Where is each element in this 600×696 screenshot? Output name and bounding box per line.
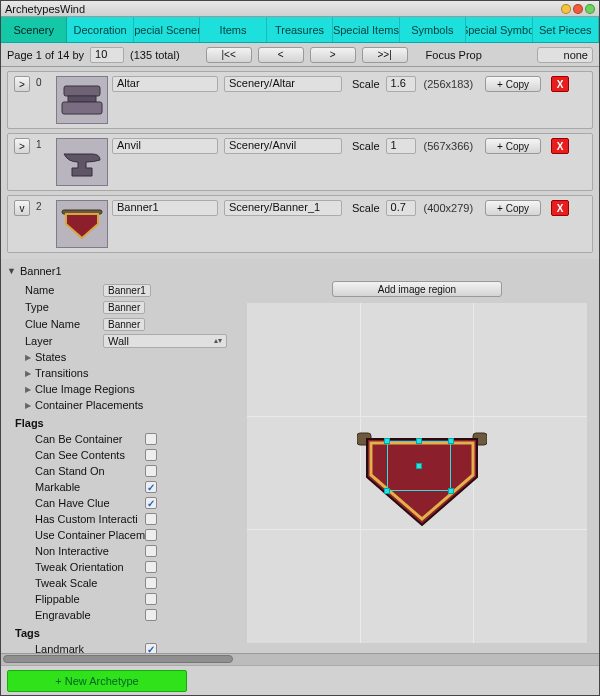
copy-button[interactable]: + Copy: [485, 76, 541, 92]
scrollbar-thumb[interactable]: [3, 655, 233, 663]
region-handle-tr[interactable]: [448, 438, 454, 444]
tabs: Scenery Decoration Special Scenery Items…: [1, 17, 599, 43]
flag-row: Can Be Container: [7, 431, 227, 447]
copy-button[interactable]: + Copy: [485, 138, 541, 154]
row-index: 0: [36, 76, 52, 88]
flag-checkbox[interactable]: [145, 433, 157, 445]
prev-page-button[interactable]: <: [258, 47, 304, 63]
delete-button[interactable]: X: [551, 200, 569, 216]
flag-row: Engravable: [7, 607, 227, 623]
layer-dropdown[interactable]: Wall▴▾: [103, 334, 227, 348]
cluename-field[interactable]: Banner: [103, 318, 145, 331]
tab-scenery[interactable]: Scenery: [1, 17, 67, 42]
tree-label: Container Placements: [35, 399, 143, 411]
type-field[interactable]: Banner: [103, 301, 145, 314]
tree-container-placements[interactable]: ▶Container Placements: [7, 397, 227, 413]
copy-button[interactable]: + Copy: [485, 200, 541, 216]
name-input[interactable]: Banner1: [112, 200, 218, 216]
archetypes-window: ArchetypesWind Scenery Decoration Specia…: [0, 0, 600, 696]
flag-checkbox[interactable]: [145, 545, 157, 557]
footer: + New Archetype: [1, 665, 599, 695]
list-item: v 2 Banner1 Scenery/Banner_1 Scale 0.7 (…: [7, 195, 593, 253]
tag-row: Landmark: [7, 641, 227, 653]
path-input[interactable]: Scenery/Altar: [224, 76, 342, 92]
flag-checkbox[interactable]: [145, 497, 157, 509]
first-page-button[interactable]: |<<: [206, 47, 252, 63]
flag-checkbox[interactable]: [145, 561, 157, 573]
expand-button[interactable]: >: [14, 138, 30, 154]
region-handle-tl[interactable]: [384, 438, 390, 444]
field-label-type: Type: [7, 301, 103, 313]
flag-checkbox[interactable]: [145, 449, 157, 461]
scale-input[interactable]: 1: [386, 138, 416, 154]
list-item: > 1 Anvil Scenery/Anvil Scale 1 (567x366…: [7, 133, 593, 191]
tab-special-symbol[interactable]: Special Symbol: [466, 17, 532, 42]
name-input[interactable]: Anvil: [112, 138, 218, 154]
tree-clue-image-regions[interactable]: ▶Clue Image Regions: [7, 381, 227, 397]
layer-value: Wall: [108, 335, 129, 347]
expand-button[interactable]: >: [14, 76, 30, 92]
flag-checkbox[interactable]: [145, 481, 157, 493]
region-handle-center[interactable]: [416, 463, 422, 469]
region-handle-bl[interactable]: [384, 488, 390, 494]
window-title: ArchetypesWind: [5, 3, 85, 15]
add-image-region-button[interactable]: Add image region: [332, 281, 502, 297]
image-canvas[interactable]: [247, 303, 587, 643]
scale-input[interactable]: 1.6: [386, 76, 416, 92]
path-input[interactable]: Scenery/Anvil: [224, 138, 342, 154]
delete-button[interactable]: X: [551, 138, 569, 154]
tab-decoration[interactable]: Decoration: [67, 17, 133, 42]
scale-input[interactable]: 0.7: [386, 200, 416, 216]
tab-symbols[interactable]: Symbols: [400, 17, 466, 42]
tree-states[interactable]: ▶States: [7, 349, 227, 365]
name-field[interactable]: Banner1: [103, 284, 151, 297]
svg-rect-2: [62, 102, 102, 114]
tab-special-scenery[interactable]: Special Scenery: [134, 17, 200, 42]
name-input[interactable]: Altar: [112, 76, 218, 92]
tree-label: Clue Image Regions: [35, 383, 135, 395]
svg-rect-0: [64, 86, 100, 96]
tab-treasures[interactable]: Treasures: [267, 17, 333, 42]
flag-checkbox[interactable]: [145, 513, 157, 525]
close-icon[interactable]: [573, 4, 583, 14]
scale-label: Scale: [352, 202, 380, 214]
focus-prop-value: none: [564, 49, 588, 61]
tab-set-pieces[interactable]: Set Pieces: [533, 17, 599, 42]
flag-checkbox[interactable]: [145, 577, 157, 589]
flag-label: Use Container Placem: [35, 529, 145, 541]
tree-transitions[interactable]: ▶Transitions: [7, 365, 227, 381]
row-index: 1: [36, 138, 52, 150]
foldout-icon[interactable]: ▼: [7, 266, 16, 276]
new-archetype-button[interactable]: + New Archetype: [7, 670, 187, 692]
region-handle-br[interactable]: [448, 488, 454, 494]
region-handle-tm[interactable]: [416, 438, 422, 444]
path-input[interactable]: Scenery/Banner_1: [224, 200, 342, 216]
image-area: Add image region: [241, 281, 593, 653]
next-page-button[interactable]: >: [310, 47, 356, 63]
focus-prop-label: Focus Prop: [426, 49, 482, 61]
flag-checkbox[interactable]: [145, 609, 157, 621]
flag-checkbox[interactable]: [145, 465, 157, 477]
tree-label: States: [35, 351, 66, 363]
minimize-icon[interactable]: [561, 4, 571, 14]
flag-label: Markable: [35, 481, 145, 493]
expand-button[interactable]: v: [14, 200, 30, 216]
tab-special-items[interactable]: Special Items: [333, 17, 399, 42]
flag-checkbox[interactable]: [145, 593, 157, 605]
tab-items[interactable]: Items: [200, 17, 266, 42]
flag-row: Non Interactive: [7, 543, 227, 559]
chevron-updown-icon: ▴▾: [214, 336, 222, 345]
last-page-button[interactable]: >>|: [362, 47, 408, 63]
zoom-icon[interactable]: [585, 4, 595, 14]
flag-row: Can Stand On: [7, 463, 227, 479]
detail-title: Banner1: [20, 265, 62, 277]
flag-checkbox[interactable]: [145, 529, 157, 541]
altar-icon: [58, 80, 106, 120]
archetype-list: > 0 Altar Scenery/Altar Scale 1.6 (256x1…: [1, 67, 599, 259]
tag-checkbox[interactable]: [145, 643, 157, 653]
list-item: > 0 Altar Scenery/Altar Scale 1.6 (256x1…: [7, 71, 593, 129]
focus-prop-dropdown[interactable]: none: [537, 47, 593, 63]
page-size-input[interactable]: 10: [90, 47, 124, 63]
delete-button[interactable]: X: [551, 76, 569, 92]
h-scrollbar[interactable]: [1, 653, 599, 665]
